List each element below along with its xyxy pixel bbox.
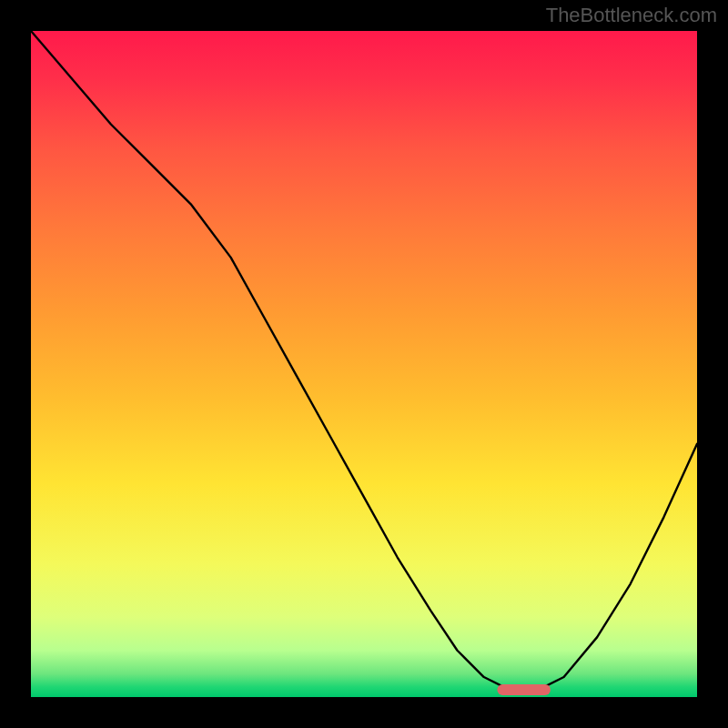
chart-svg — [31, 31, 697, 697]
gradient-background — [31, 31, 697, 697]
chart-container: TheBottleneck.com — [0, 0, 728, 728]
watermark-text: TheBottleneck.com — [546, 4, 717, 27]
optimal-marker — [497, 684, 551, 695]
plot-area — [31, 31, 697, 697]
